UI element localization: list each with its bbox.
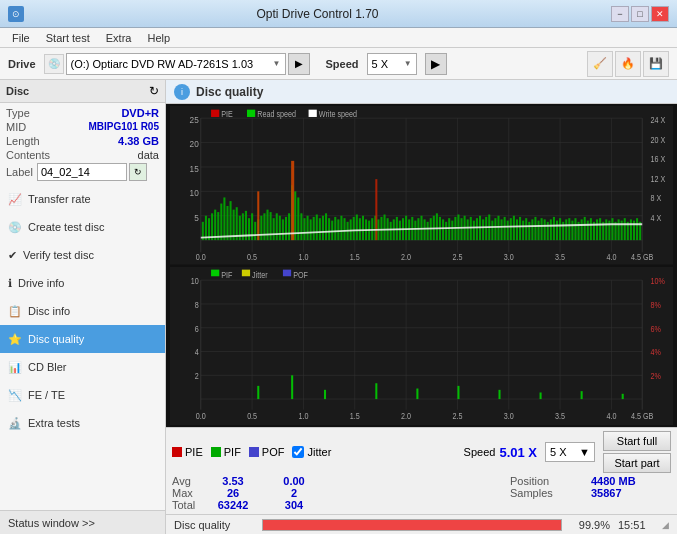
svg-rect-103	[384, 215, 386, 241]
svg-text:6: 6	[195, 323, 199, 333]
svg-text:4 X: 4 X	[650, 213, 661, 223]
progress-percent: 99.9%	[570, 519, 610, 531]
minimize-button[interactable]: −	[611, 6, 629, 22]
position-val: 4480 MB	[591, 475, 671, 487]
pie-max: 26	[203, 487, 263, 499]
length-key: Length	[6, 135, 40, 147]
pie-legend-label: PIE	[185, 446, 203, 458]
sidebar-item-fe-te[interactable]: 📉 FE / TE	[0, 381, 165, 409]
sidebar-item-verify-test-disc[interactable]: ✔ Verify test disc	[0, 241, 165, 269]
label-key: Label	[6, 166, 33, 178]
svg-text:12 X: 12 X	[650, 174, 665, 184]
svg-rect-40	[247, 110, 255, 117]
drive-dropdown-arrow: ▼	[273, 59, 281, 68]
svg-text:10: 10	[190, 188, 199, 199]
statusbar-text: Disc quality	[174, 519, 254, 531]
toolbar-icons: 🧹 🔥 💾	[587, 51, 669, 77]
drive-arrow-button[interactable]: ▶	[288, 53, 310, 75]
pif-total: 304	[264, 499, 324, 511]
svg-text:4: 4	[195, 347, 199, 357]
sidebar-item-disc-info[interactable]: 📋 Disc info	[0, 297, 165, 325]
sidebar-item-extra-tests[interactable]: 🔬 Extra tests	[0, 409, 165, 437]
sidebar-item-disc-quality[interactable]: ⭐ Disc quality	[0, 325, 165, 353]
svg-rect-89	[340, 216, 342, 240]
svg-text:0.5: 0.5	[247, 252, 258, 262]
svg-text:Jitter: Jitter	[252, 269, 268, 279]
svg-rect-77	[303, 218, 305, 240]
svg-rect-187	[257, 191, 259, 240]
action-buttons: Start full Start part	[603, 431, 671, 473]
svg-rect-122	[442, 219, 444, 240]
svg-rect-133	[476, 218, 478, 240]
svg-text:Write speed: Write speed	[319, 109, 357, 119]
svg-text:1.0: 1.0	[298, 411, 308, 421]
close-button[interactable]: ✕	[651, 6, 669, 22]
svg-rect-120	[436, 213, 438, 240]
disc-quality-header: i Disc quality	[166, 80, 677, 104]
svg-rect-72	[288, 213, 290, 240]
svg-rect-124	[448, 218, 450, 240]
svg-text:POF: POF	[293, 269, 308, 279]
status-time: 15:51	[618, 519, 658, 531]
type-val: DVD+R	[121, 107, 159, 119]
svg-rect-110	[405, 216, 407, 240]
menu-extra[interactable]: Extra	[98, 30, 140, 46]
toolbar-save-button[interactable]: 💾	[643, 51, 669, 77]
label-refresh-icon[interactable]: ↻	[129, 163, 147, 181]
svg-rect-0	[170, 106, 673, 265]
speed-stat-dropdown[interactable]: 5 X ▼	[545, 442, 595, 462]
pif-legend-label: PIF	[224, 446, 241, 458]
svg-rect-59	[248, 218, 250, 240]
svg-rect-136	[485, 217, 487, 240]
toolbar-burn-button[interactable]: 🔥	[615, 51, 641, 77]
disc-refresh-icon[interactable]: ↻	[149, 84, 159, 98]
svg-rect-67	[273, 218, 275, 240]
menu-file[interactable]: File	[4, 30, 38, 46]
svg-rect-141	[501, 219, 503, 240]
svg-rect-52	[226, 206, 228, 240]
speed-stat-label: Speed	[464, 446, 496, 458]
toolbar-erase-button[interactable]: 🧹	[587, 51, 613, 77]
sidebar-item-cd-bler[interactable]: 📊 CD Bler	[0, 353, 165, 381]
svg-rect-79	[310, 219, 312, 240]
drive-dropdown[interactable]: (O:) Optiarc DVD RW AD-7261S 1.03 ▼	[66, 53, 286, 75]
svg-rect-148	[522, 221, 524, 241]
svg-text:3.0: 3.0	[504, 252, 515, 262]
sidebar-nav: 📈 Transfer rate 💿 Create test disc ✔ Ver…	[0, 185, 165, 510]
label-input[interactable]	[37, 163, 127, 181]
svg-text:Read speed: Read speed	[257, 109, 296, 119]
jitter-checkbox[interactable]	[292, 446, 304, 458]
pif-chart-svg: 10 8 6 4 2 10% 8% 6% 4% 2% 0.0 0.5 1.0 1…	[170, 267, 673, 426]
speed-dropdown[interactable]: 5 X ▼	[367, 53, 417, 75]
start-full-button[interactable]: Start full	[603, 431, 671, 451]
start-part-button[interactable]: Start part	[603, 453, 671, 473]
sidebar-item-drive-info[interactable]: ℹ Drive info	[0, 269, 165, 297]
svg-rect-173	[599, 218, 601, 240]
sidebar-item-transfer-rate[interactable]: 📈 Transfer rate	[0, 185, 165, 213]
menu-help[interactable]: Help	[139, 30, 178, 46]
max-label: Max	[172, 487, 202, 499]
svg-text:20: 20	[190, 139, 199, 150]
pie-chart-svg: 25 20 15 10 5 24 X 20 X 16 X 12 X 8 X 4 …	[170, 106, 673, 265]
transfer-rate-icon: 📈	[8, 193, 22, 206]
maximize-button[interactable]: □	[631, 6, 649, 22]
legend-pie: PIE	[172, 446, 203, 458]
svg-rect-69	[279, 216, 281, 240]
menu-start-test[interactable]: Start test	[38, 30, 98, 46]
progress-bar	[262, 519, 562, 531]
svg-text:10: 10	[191, 276, 199, 286]
svg-text:20 X: 20 X	[650, 135, 665, 145]
speed-go-button[interactable]: ▶	[425, 53, 447, 75]
svg-rect-139	[494, 218, 496, 240]
svg-rect-168	[584, 217, 586, 240]
svg-rect-177	[611, 218, 613, 240]
svg-rect-84	[325, 213, 327, 240]
length-val: 4.38 GB	[118, 135, 159, 147]
svg-rect-160	[559, 218, 561, 240]
sidebar-item-create-test-disc[interactable]: 💿 Create test disc	[0, 213, 165, 241]
svg-rect-38	[211, 110, 219, 117]
stats-section: PIE PIF POF Jitter Speed 5.01 X	[166, 427, 677, 514]
speed-display: Speed 5.01 X	[464, 445, 537, 460]
status-window-bar[interactable]: Status window >>	[0, 510, 165, 534]
svg-rect-170	[590, 218, 592, 240]
